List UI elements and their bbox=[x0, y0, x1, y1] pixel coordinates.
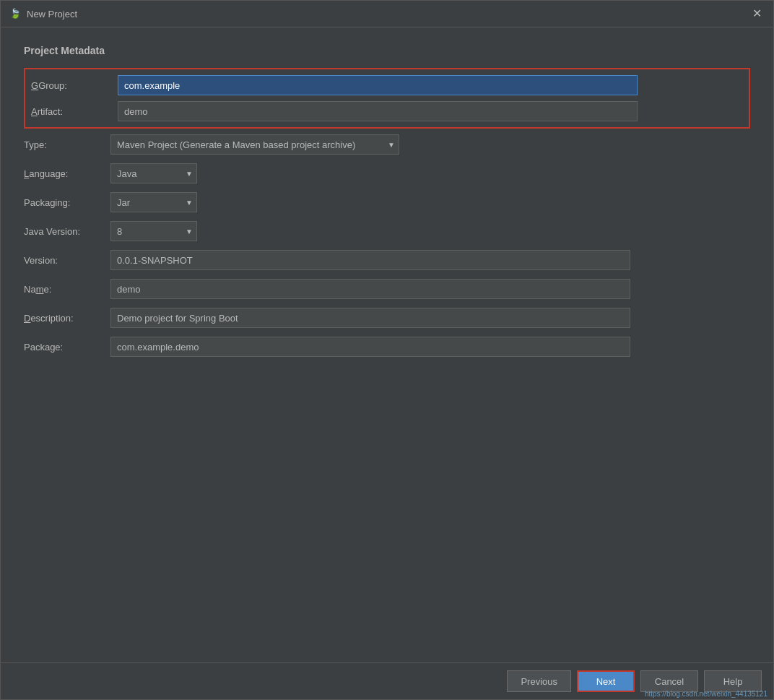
package-input[interactable] bbox=[110, 337, 630, 357]
close-button[interactable]: ✕ bbox=[749, 7, 765, 21]
version-label: Version: bbox=[24, 255, 110, 266]
artifact-field-row: Artifact: bbox=[31, 101, 743, 121]
name-field-row: Name: bbox=[24, 279, 750, 299]
title-bar-left: 🍃 New Project bbox=[9, 8, 77, 20]
packaging-select[interactable]: Jar War bbox=[110, 192, 197, 212]
group-label: GGroup: bbox=[31, 80, 118, 91]
type-field-row: Type: Maven Project (Generate a Maven ba… bbox=[24, 134, 750, 155]
language-label: Language: bbox=[24, 168, 110, 179]
footer-url: https://blog.csdn.net/weixin_44135121 bbox=[645, 690, 768, 698]
package-label: Package: bbox=[24, 342, 110, 353]
java-version-field-row: Java Version: 8 11 17 ▼ bbox=[24, 221, 750, 241]
group-input[interactable] bbox=[118, 75, 638, 95]
name-label: Name: bbox=[24, 284, 110, 295]
previous-button[interactable]: Previous bbox=[507, 670, 571, 692]
next-button[interactable]: Next bbox=[577, 670, 635, 692]
new-project-dialog: 🍃 New Project ✕ Project Metadata GGroup:… bbox=[0, 0, 774, 700]
packaging-select-wrapper: Jar War ▼ bbox=[110, 192, 197, 212]
language-select[interactable]: Java Kotlin Groovy bbox=[110, 163, 197, 183]
artifact-label: Artifact: bbox=[31, 106, 118, 117]
app-icon: 🍃 bbox=[9, 8, 21, 20]
group-field-row: GGroup: bbox=[31, 75, 743, 95]
packaging-field-row: Packaging: Jar War ▼ bbox=[24, 192, 750, 212]
name-input[interactable] bbox=[110, 279, 630, 299]
title-bar: 🍃 New Project ✕ bbox=[1, 1, 773, 27]
type-label: Type: bbox=[24, 139, 110, 150]
version-input[interactable] bbox=[110, 250, 630, 270]
language-select-wrapper: Java Kotlin Groovy ▼ bbox=[110, 163, 197, 183]
dialog-title: New Project bbox=[27, 9, 77, 20]
version-field-row: Version: bbox=[24, 250, 750, 270]
java-version-label: Java Version: bbox=[24, 226, 110, 237]
java-version-select-wrapper: 8 11 17 ▼ bbox=[110, 221, 197, 241]
group-artifact-wrapper: GGroup: Artifact: bbox=[24, 68, 750, 129]
dialog-footer: Previous Next Cancel Help https://blog.c… bbox=[1, 662, 773, 699]
type-select-wrapper: Maven Project (Generate a Maven based pr… bbox=[110, 134, 399, 155]
description-label: Description: bbox=[24, 313, 110, 324]
type-select[interactable]: Maven Project (Generate a Maven based pr… bbox=[110, 134, 399, 155]
package-field-row: Package: bbox=[24, 337, 750, 357]
artifact-input[interactable] bbox=[118, 101, 638, 121]
description-field-row: Description: bbox=[24, 308, 750, 328]
language-field-row: Language: Java Kotlin Groovy ▼ bbox=[24, 163, 750, 183]
section-title: Project Metadata bbox=[24, 45, 750, 56]
java-version-select[interactable]: 8 11 17 bbox=[110, 221, 197, 241]
dialog-content: Project Metadata GGroup: Artifact: Type: bbox=[1, 27, 773, 662]
help-button[interactable]: Help bbox=[704, 670, 762, 692]
description-input[interactable] bbox=[110, 308, 630, 328]
packaging-label: Packaging: bbox=[24, 197, 110, 208]
cancel-button[interactable]: Cancel bbox=[640, 670, 698, 692]
